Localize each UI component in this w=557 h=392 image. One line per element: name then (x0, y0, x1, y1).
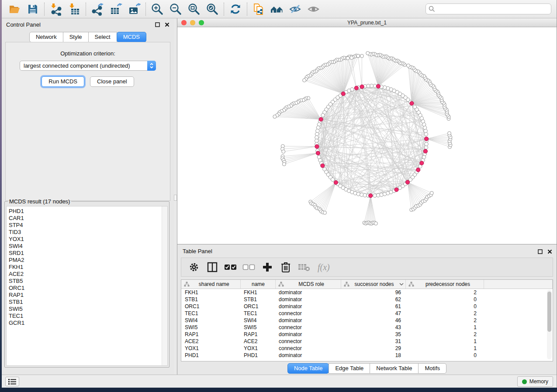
network-hub-node[interactable] (394, 188, 398, 192)
table-row[interactable]: YOX1YOX1connector291 (181, 345, 553, 352)
network-node[interactable] (321, 113, 325, 117)
select-all-button[interactable] (224, 261, 237, 274)
export-image-button[interactable] (125, 1, 143, 17)
network-hub-node[interactable] (425, 137, 429, 141)
maximize-window-icon[interactable] (199, 20, 204, 25)
mcds-node-item[interactable]: CAR1 (9, 215, 167, 222)
deselect-all-button[interactable] (242, 261, 256, 274)
mcds-node-item[interactable]: ORC1 (9, 285, 167, 292)
import-table-button[interactable] (65, 1, 83, 17)
mcds-node-item[interactable]: ACE2 (9, 271, 167, 278)
network-node[interactable] (413, 105, 416, 109)
network-leaf-node[interactable] (323, 211, 327, 214)
network-leaf-node[interactable] (356, 54, 360, 58)
network-node[interactable] (373, 194, 377, 197)
network-leaf-node[interactable] (282, 162, 286, 166)
network-hub-node[interactable] (369, 194, 373, 198)
mcds-node-item[interactable]: SRD1 (9, 250, 167, 257)
first-neighbors-button[interactable] (268, 1, 286, 17)
delete-table-button[interactable] (298, 261, 311, 274)
network-node[interactable] (315, 132, 318, 136)
table-scrollbar-track[interactable] (547, 290, 552, 359)
mcds-node-item[interactable]: SWI4 (9, 243, 167, 250)
task-history-button[interactable] (5, 377, 19, 386)
column-header-shared-name[interactable]: shared name (181, 280, 240, 289)
copy-network-button[interactable] (249, 1, 268, 17)
table-row[interactable]: FKH1FKH1dominator962 (181, 289, 553, 296)
network-leaf-node[interactable] (366, 52, 370, 55)
mcds-node-item[interactable]: SWI5 (9, 306, 167, 313)
network-graph[interactable] (177, 28, 557, 244)
network-hub-node[interactable] (420, 161, 424, 165)
table-row[interactable]: ORC1ORC1dominator610 (181, 303, 553, 310)
optimization-select[interactable]: largest connected component (undirected) (20, 61, 156, 71)
float-panel-button[interactable] (155, 22, 160, 28)
function-builder-button[interactable]: f(x) (316, 261, 335, 274)
network-hub-node[interactable] (410, 101, 414, 105)
tab-node-table[interactable]: Node Table (287, 363, 329, 374)
network-node[interactable] (424, 145, 428, 149)
table-row[interactable]: ACE2ACE2connector311 (181, 338, 553, 345)
mcds-node-item[interactable]: RAP1 (9, 292, 167, 299)
search-input[interactable] (426, 3, 551, 14)
tab-style[interactable]: Style (63, 32, 89, 42)
mcds-node-item[interactable]: PHD1 (9, 208, 167, 215)
network-canvas[interactable] (177, 28, 557, 244)
network-hub-node[interactable] (321, 164, 325, 168)
network-node[interactable] (356, 192, 360, 196)
network-node[interactable] (360, 193, 363, 196)
network-hub-node[interactable] (360, 85, 364, 89)
network-leaf-node[interactable] (282, 150, 285, 153)
apply-layout-button[interactable] (226, 1, 245, 17)
export-table-button[interactable] (107, 1, 125, 17)
memory-button[interactable]: Memory (517, 376, 553, 387)
tab-edge-table[interactable]: Edge Table (329, 363, 370, 374)
close-table-panel-button[interactable] (547, 249, 553, 254)
network-hub-node[interactable] (416, 168, 420, 172)
table-row[interactable]: TEC1TEC1connector472 (181, 310, 553, 317)
add-column-button[interactable] (261, 261, 274, 274)
tab-select[interactable]: Select (88, 32, 117, 42)
mcds-node-item[interactable]: GCR1 (9, 320, 167, 327)
mcds-node-item[interactable]: STB1 (9, 299, 167, 306)
splitter-grip[interactable] (174, 195, 177, 201)
zoom-fit-button[interactable] (185, 1, 203, 17)
network-hub-node[interactable] (341, 92, 345, 96)
table-row[interactable]: RAP1RAP1dominator352 (181, 331, 553, 338)
table-scrollbar-thumb[interactable] (547, 292, 551, 332)
mcds-node-item[interactable]: PMA2 (9, 257, 167, 264)
network-node[interactable] (367, 84, 370, 88)
table-settings-button[interactable] (187, 261, 201, 274)
split-columns-button[interactable] (206, 261, 219, 274)
show-all-button[interactable] (304, 1, 323, 17)
float-table-panel-button[interactable] (537, 249, 543, 254)
network-hub-node[interactable] (405, 180, 409, 184)
table-row[interactable]: SWI5SWI5connector431 (181, 324, 553, 331)
network-node[interactable] (363, 193, 367, 197)
save-session-button[interactable] (24, 1, 42, 17)
close-panel-button[interactable] (164, 22, 170, 28)
table-row[interactable]: SWI4SWI4dominator462 (181, 317, 553, 324)
zoom-out-button[interactable] (166, 1, 185, 17)
tab-network[interactable]: Network (29, 32, 63, 42)
network-node[interactable] (376, 193, 380, 197)
list-scrollbar-track[interactable] (162, 206, 167, 365)
network-leaf-node[interactable] (273, 115, 277, 118)
delete-column-button[interactable] (279, 261, 292, 274)
tab-network-table[interactable]: Network Table (370, 363, 419, 374)
network-hub-node[interactable] (354, 86, 358, 90)
table-row[interactable]: PHD1PHD1dominator180 (181, 352, 553, 359)
network-node[interactable] (316, 126, 320, 129)
network-leaf-node[interactable] (360, 54, 363, 58)
minimize-window-icon[interactable] (190, 20, 195, 25)
column-header-successor-nodes[interactable]: successor nodes (341, 280, 405, 289)
network-node[interactable] (316, 129, 319, 133)
import-network-button[interactable] (47, 1, 65, 17)
network-node[interactable] (424, 132, 428, 136)
table-row[interactable]: STB1STB1dominator620 (181, 296, 553, 303)
column-header-predecessor-nodes[interactable]: predecessor nodes (405, 280, 484, 289)
open-session-button[interactable] (5, 1, 24, 17)
hide-selected-button[interactable] (286, 1, 304, 17)
column-header-MCDS-role[interactable]: MCDS role (275, 280, 341, 289)
network-node[interactable] (424, 129, 427, 133)
